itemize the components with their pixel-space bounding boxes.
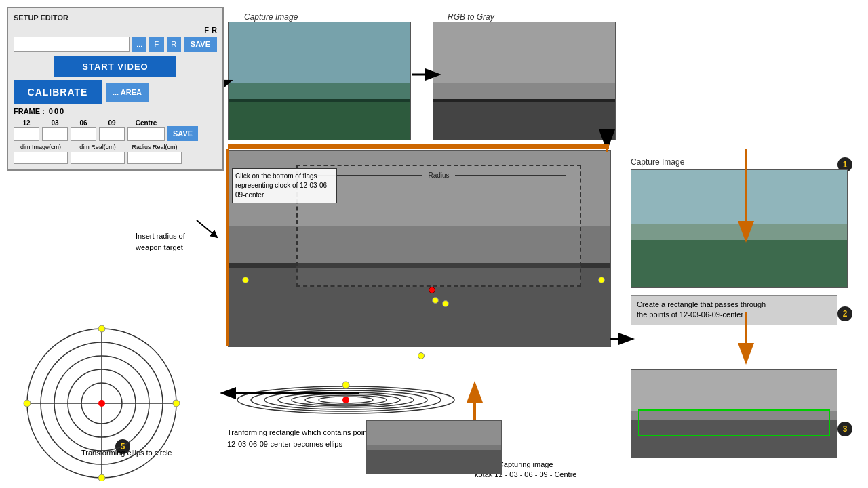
clock-03-input[interactable]	[42, 127, 68, 141]
capturing-image-bottom	[366, 420, 502, 474]
svg-point-28	[98, 400, 105, 407]
svg-point-20	[342, 382, 349, 388]
setup-editor-panel: SETUP EDITOR F R ... F R SAVE START VIDE…	[7, 7, 224, 171]
yellow-dot-center-1	[432, 297, 439, 304]
calibrate-row: CALIBRATE ... AREA	[14, 80, 217, 104]
svg-point-29	[98, 325, 105, 332]
step4-text: Insert radius ofweapon target	[136, 232, 185, 251]
svg-point-30	[173, 400, 180, 407]
step2-right-circle: 2	[837, 306, 852, 321]
browse-button[interactable]: ...	[132, 37, 146, 52]
save-bottom-button[interactable]: SAVE	[167, 126, 198, 141]
step2-right-box: Create a rectangle that passes throughth…	[631, 295, 837, 325]
rgb-to-gray-label: RGB to Gray	[448, 12, 494, 22]
clock-12-input[interactable]	[14, 127, 39, 141]
svg-rect-3	[228, 144, 609, 149]
yellow-dot-1	[242, 277, 249, 283]
save-top-button[interactable]: SAVE	[184, 37, 217, 52]
target-diagram	[14, 325, 190, 481]
svg-point-31	[98, 474, 105, 481]
clock-03-label: 03	[51, 119, 58, 127]
svg-point-19	[342, 396, 349, 403]
calibrate-button[interactable]: CALIBRATE	[14, 80, 102, 104]
clock-09-input[interactable]	[99, 127, 125, 141]
radius-label: Radius	[422, 171, 454, 179]
r-label: R	[212, 26, 217, 34]
frame-row: FRAME : 000	[14, 107, 217, 115]
setup-editor-title: SETUP EDITOR	[14, 14, 217, 22]
clock-centre-input[interactable]	[127, 127, 165, 141]
clock-09-label: 09	[108, 119, 115, 127]
yellow-dot-bottom	[418, 352, 425, 359]
red-dot-1	[429, 287, 435, 293]
green-rect-overlay	[638, 409, 830, 436]
clock-06-group: 06	[71, 119, 96, 141]
clock-06-label: 06	[79, 119, 87, 127]
area-button[interactable]: ... AREA	[106, 83, 149, 102]
step3-right-panel	[631, 369, 837, 458]
svg-point-32	[24, 400, 31, 407]
r-button[interactable]: R	[167, 37, 181, 52]
capture-image-label-top: Capture Image	[244, 12, 298, 22]
clock-06-input[interactable]	[71, 127, 96, 141]
dim-real-input[interactable]	[71, 152, 125, 164]
f-button[interactable]: F	[149, 37, 163, 52]
capture-image-right-label: Capture Image	[631, 157, 684, 167]
f-label: F	[204, 26, 209, 34]
frame-label: FRAME :	[14, 107, 45, 115]
dim-image-input[interactable]	[14, 152, 68, 164]
yellow-dot-3	[442, 300, 449, 307]
dim-image-label: dim Image(cm)	[14, 144, 68, 150]
clock-centre-label: Centre	[136, 119, 157, 127]
frame-value: 000	[49, 107, 65, 115]
file-input[interactable]	[14, 37, 130, 52]
rgb-to-gray-panel-top	[433, 22, 616, 140]
capture-image-right-panel	[631, 169, 848, 288]
capture-image-panel-top	[228, 22, 411, 140]
dim-real-label: dim Real(cm)	[71, 144, 125, 150]
clock-12-label: 12	[22, 119, 30, 127]
step3-annotation: Click on the bottom of flags representin…	[232, 168, 337, 203]
main-calibration-panel: Radius Click on the bottom of flags repr…	[228, 150, 611, 347]
clock-09-group: 09	[99, 119, 125, 141]
radius-real-label: Radius Real(cm)	[127, 144, 182, 150]
step4-annotation: Insert radius ofweapon target	[136, 230, 185, 253]
ellips-text-label: Tranforming rectangle which contains poi…	[227, 427, 381, 449]
clock-12-group: 12	[14, 119, 39, 141]
start-video-button[interactable]: START VIDEO	[54, 56, 176, 77]
yellow-dot-2	[598, 277, 605, 283]
clock-03-group: 03	[42, 119, 68, 141]
clock-centre-group: Centre	[127, 119, 165, 141]
file-row: ... F R SAVE	[14, 37, 217, 52]
svg-line-11	[197, 220, 217, 237]
step3-right-circle: 3	[837, 422, 852, 436]
radius-real-input[interactable]	[127, 152, 182, 164]
